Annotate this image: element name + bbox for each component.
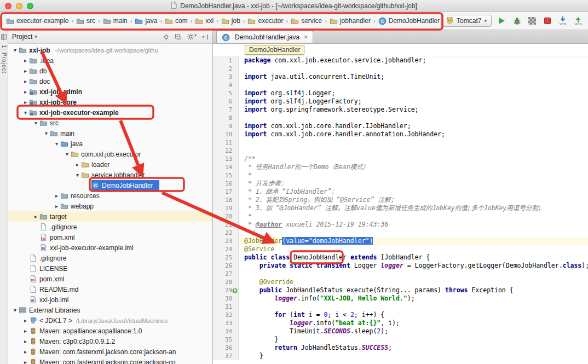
tree-item-xxl-job-executor-example.iml[interactable]: xxl-job-executor-example.iml [8,242,212,253]
tree-item-demojobhandler[interactable]: CDemoJobHandler [8,180,212,190]
line-number: 8 [213,114,239,122]
breadcrumb-item-executor-example[interactable]: executor-example [4,16,70,26]
vcs-commit-button[interactable]: VCS [573,15,584,26]
expanded-arrow-icon[interactable]: ▾ [74,172,81,178]
code-editor[interactable]: 1package com.xxl.job.executor.service.jo… [213,56,588,364]
tree-item-maven-com.fasterxml.jackson.core-jackson-an[interactable]: ▸Maven: com.fasterxml.jackson.core:jacks… [8,346,212,357]
breadcrumb-item-job[interactable]: job [220,16,242,26]
breadcrumb-item-jobhandler[interactable]: jobhandler [328,16,372,26]
run-button[interactable] [496,15,507,26]
tree-item-license[interactable]: LICENSE [8,263,212,274]
breadcrumb-item-java[interactable]: java [133,16,159,26]
collapsed-arrow-icon[interactable]: ▸ [74,161,81,167]
collapsed-arrow-icon[interactable]: ▸ [22,328,29,334]
tree-item-maven-com.fasterxml.jackson.core-jackson-co[interactable]: ▸Maven: com.fasterxml.jackson.core:jacks… [8,357,212,364]
tree-item-.gitignore[interactable]: .gitignore [8,253,212,263]
tree-item-.idea[interactable]: ▸.idea [8,55,212,66]
close-window-button[interactable] [5,3,11,9]
debug-button[interactable] [511,15,522,26]
tree-item-pom.xml[interactable]: mpom.xml [8,274,212,284]
tree-item-db[interactable]: ▸db [8,66,212,76]
tree-item-doc[interactable]: ▸doc [8,76,212,86]
locate-icon[interactable] [163,33,170,41]
collapsed-arrow-icon[interactable]: ▸ [53,193,60,199]
expanded-arrow-icon[interactable]: ▾ [11,307,19,313]
minimize-window-button[interactable] [16,3,22,9]
tree-item-xxl-job[interactable]: ▾xxl-job~/workspaces/idea-git-workspace/… [8,45,212,55]
srcfolder-icon [60,140,68,148]
close-tab-icon[interactable]: × [304,33,308,41]
tree-item-service.jobhandler[interactable]: ▾service.jobhandler [8,170,212,180]
collapsed-arrow-icon[interactable]: ▸ [22,78,29,84]
tree-item-main[interactable]: ▾main [8,128,212,138]
line-number: 20 [213,212,239,221]
breadcrumb-item-xxl[interactable]: xxl [193,16,215,26]
tree-item-com.xxl.job.executor[interactable]: ▾com.xxl.job.executor [8,149,212,159]
tree-item-maven-c3p0-c3p0-0.9.1.2[interactable]: ▸Maven: c3p0:c3p0:0.9.1.2 [8,336,212,346]
expanded-arrow-icon[interactable]: ▾ [64,151,71,157]
tree-item-java[interactable]: ▾java [8,138,212,149]
hide-panel-icon[interactable] [201,33,209,41]
collapsed-arrow-icon[interactable]: ▸ [22,99,29,105]
tree-item-src[interactable]: ▾src [8,118,212,128]
breadcrumb-item-src[interactable]: src [74,16,97,26]
file-icon [29,264,37,273]
breadcrumb-item-com[interactable]: com [163,16,189,26]
collapsed-arrow-icon[interactable]: ▸ [22,338,29,344]
package-icon [81,171,89,179]
project-panel-title[interactable]: Project [12,33,32,41]
breadcrumb-item-service[interactable]: service [289,16,324,26]
editor-tab[interactable]: C DemoJobHandler.java × [216,31,313,43]
tree-item-xxl-job-executor-example[interactable]: ▾xxl-job-executor-example [8,107,212,118]
expanded-arrow-icon[interactable]: ▾ [11,47,19,53]
tree-item-xxl-job-core[interactable]: ▸xxl-job-core [8,97,212,107]
collapsed-arrow-icon[interactable]: ▸ [22,359,29,364]
tree-item-pom.xml[interactable]: mpom.xml [8,232,212,242]
project-tree[interactable]: ▾xxl-job~/workspaces/idea-git-workspace/… [8,44,212,364]
breadcrumb-separator-icon: › [286,18,289,24]
breadcrumb-item-main[interactable]: main [101,16,129,26]
collapsed-arrow-icon[interactable]: ▸ [22,68,29,74]
code-text: public JobHandleStatus execute(String...… [239,286,588,294]
code-line-4: 4 [213,81,588,89]
tree-item-external-libraries[interactable]: ▾External Libraries [8,305,212,315]
collapsed-arrow-icon[interactable]: ▸ [53,203,60,209]
line-number: 19 [213,204,239,212]
tree-item-xxl-job-admin[interactable]: ▸xxl-job-admin [8,86,212,97]
tree-item-resources[interactable]: ▸resources [8,190,212,201]
gear-icon[interactable]: ▾ [187,33,197,41]
lib-icon [29,348,37,356]
project-tool-button[interactable]: 1: Project [1,45,7,73]
tree-item-content: xxl-job-core [29,97,83,107]
tree-item-webapp[interactable]: ▸webapp [8,201,212,211]
collapsed-arrow-icon[interactable]: ▸ [22,349,29,355]
collapsed-arrow-icon[interactable]: ▸ [22,317,29,323]
lib-icon [29,358,37,364]
vcs-update-button[interactable]: VCS [557,15,568,26]
breadcrumb-item-executor[interactable]: executor [246,16,285,26]
zoom-window-button[interactable] [27,3,33,9]
tree-item--jdk1.7-[interactable]: ▸< JDK1.7 >/Library/Java/JavaVirtualMach… [8,315,212,326]
editor-breadcrumb-chip[interactable]: DemoJobHandler [245,45,304,55]
coverage-button[interactable] [527,15,538,26]
tree-item-maven-aopalliance-aopalliance-1.0[interactable]: ▸Maven: aopalliance:aopalliance:1.0 [8,326,212,336]
tree-item-xxl-job.iml[interactable]: xxl-job.iml [8,294,212,305]
expanded-arrow-icon[interactable]: ▾ [22,109,29,115]
tree-item-readme.md[interactable]: README.md [8,284,212,294]
collapse-all-icon[interactable] [175,33,182,41]
collapsed-arrow-icon[interactable]: ▸ [22,89,29,95]
tree-item-label: pom.xml [50,234,74,241]
collapsed-arrow-icon[interactable]: ▸ [22,57,29,63]
tree-item-target[interactable]: ▸target [8,211,212,222]
expanded-arrow-icon[interactable]: ▾ [32,120,39,126]
tree-item-.gitignore[interactable]: .gitignore [8,222,212,232]
expanded-arrow-icon[interactable]: ▾ [53,141,60,147]
collapsed-arrow-icon[interactable]: ▸ [32,213,39,219]
tree-item-loader[interactable]: ▸loader [8,159,212,170]
expanded-arrow-icon[interactable]: ▾ [43,130,50,136]
line-number: 24 [213,245,239,253]
stop-button[interactable] [542,15,553,26]
run-configuration-select[interactable]: Tomcat7 ▾ [441,15,492,27]
breadcrumb-item-demojobhandler[interactable]: CDemoJobHandler [377,16,441,26]
chevron-down-icon[interactable]: ▾ [34,34,37,39]
